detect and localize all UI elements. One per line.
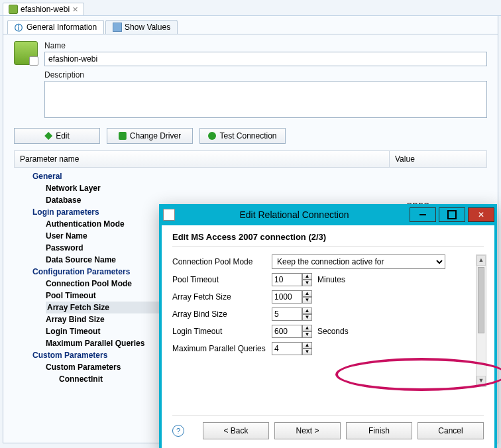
scroll-thumb[interactable] bbox=[478, 267, 484, 333]
spin-down-icon[interactable]: ▼ bbox=[302, 297, 312, 304]
minimize-button[interactable] bbox=[410, 207, 436, 222]
conn-pool-mode-label: Connection Pool Mode bbox=[172, 257, 272, 266]
pool-timeout-input[interactable] bbox=[272, 273, 302, 286]
conn-pool-mode-select[interactable]: Keep the connection active for bbox=[272, 254, 445, 269]
driver-icon bbox=[119, 132, 127, 140]
login-timeout-input[interactable] bbox=[272, 325, 302, 338]
close-icon[interactable]: ✕ bbox=[72, 5, 78, 14]
close-button[interactable] bbox=[468, 207, 494, 222]
info-icon: ⓘ bbox=[15, 23, 24, 32]
spin-down-icon[interactable]: ▼ bbox=[302, 280, 312, 286]
next-button[interactable]: Next > bbox=[274, 422, 341, 439]
spin-down-icon[interactable]: ▼ bbox=[302, 331, 312, 338]
pool-timeout-unit: Minutes bbox=[317, 275, 345, 284]
connection-icon bbox=[9, 5, 18, 14]
scroll-up-icon[interactable]: ▲ bbox=[476, 255, 486, 266]
test-connection-button[interactable]: Test Connection bbox=[199, 128, 286, 144]
max-parallel-label: Maximum Parallel Queries bbox=[172, 344, 272, 353]
spin-up-icon[interactable]: ▲ bbox=[302, 342, 312, 349]
tab-general-information[interactable]: ⓘ General Information bbox=[7, 20, 104, 34]
connection-large-icon bbox=[14, 41, 38, 65]
test-icon bbox=[208, 132, 216, 140]
spin-up-icon[interactable]: ▲ bbox=[302, 325, 312, 331]
dialog-titlebar[interactable]: Edit Relational Connection bbox=[159, 204, 497, 225]
spin-up-icon[interactable]: ▲ bbox=[302, 273, 312, 280]
edit-button[interactable]: Edit bbox=[14, 128, 100, 144]
name-label: Name bbox=[44, 41, 487, 50]
array-bind-input[interactable] bbox=[272, 308, 302, 321]
inner-tabs: ⓘ General Information Show Values bbox=[3, 16, 498, 34]
array-fetch-spinner[interactable]: ▲▼ bbox=[272, 290, 312, 304]
array-fetch-label: Array Fetch Size bbox=[172, 292, 272, 302]
tree-network-layer[interactable]: Network Layer bbox=[46, 182, 487, 194]
name-input[interactable] bbox=[44, 52, 487, 66]
action-buttons: Edit Change Driver Test Connection bbox=[14, 128, 487, 144]
file-tab-title: efashion-webi bbox=[21, 5, 70, 14]
dialog-icon bbox=[163, 209, 175, 221]
edit-icon bbox=[44, 132, 52, 140]
array-bind-spinner[interactable]: ▲▼ bbox=[272, 308, 312, 321]
maximize-button[interactable] bbox=[439, 207, 465, 222]
login-timeout-unit: Seconds bbox=[317, 327, 349, 336]
help-button[interactable]: ? bbox=[172, 425, 184, 437]
app-root: { "fileTab": { "title": "efashion-webi" … bbox=[0, 0, 501, 448]
spin-down-icon[interactable]: ▼ bbox=[302, 349, 312, 355]
param-value-header[interactable]: Value bbox=[390, 151, 486, 167]
array-bind-label: Array Bind Size bbox=[172, 309, 272, 319]
main-area: ⓘ General Information Show Values Name D… bbox=[3, 16, 498, 443]
file-tab-row: efashion-webi ✕ bbox=[0, 0, 501, 16]
spin-down-icon[interactable]: ▼ bbox=[302, 314, 312, 321]
pool-timeout-label: Pool Timeout bbox=[172, 275, 272, 284]
tab-show-values[interactable]: Show Values bbox=[105, 20, 178, 34]
description-input[interactable] bbox=[44, 81, 487, 118]
cancel-button[interactable]: Cancel bbox=[418, 422, 484, 439]
spin-up-icon[interactable]: ▲ bbox=[302, 290, 312, 297]
dialog-form: ▲ ▼ Connection Pool Mode Keep the connec… bbox=[172, 254, 484, 355]
scroll-down-icon[interactable]: ▼ bbox=[476, 376, 486, 386]
edit-connection-dialog: Edit Relational Connection Edit MS Acces… bbox=[159, 204, 497, 448]
parameter-table-header: Parameter name Value bbox=[14, 150, 487, 168]
finish-button[interactable]: Finish bbox=[346, 422, 412, 439]
pool-timeout-spinner[interactable]: ▲▼ bbox=[272, 273, 312, 286]
tree-general[interactable]: General bbox=[32, 170, 487, 182]
spin-up-icon[interactable]: ▲ bbox=[302, 308, 312, 314]
scrollbar[interactable]: ▲ ▼ bbox=[476, 254, 486, 387]
back-button[interactable]: < Back bbox=[203, 422, 269, 439]
dialog-buttons: ? < Back Next > Finish Cancel bbox=[172, 422, 484, 439]
login-timeout-label: Login Timeout bbox=[172, 327, 272, 336]
max-parallel-spinner[interactable]: ▲▼ bbox=[272, 342, 312, 355]
dialog-title: Edit Relational Connection bbox=[179, 209, 410, 220]
param-name-header[interactable]: Parameter name bbox=[15, 151, 390, 167]
array-fetch-input[interactable] bbox=[272, 290, 302, 304]
file-tab[interactable]: efashion-webi ✕ bbox=[3, 3, 84, 15]
dialog-heading: Edit MS Access 2007 connection (2/3) bbox=[172, 232, 484, 247]
max-parallel-input[interactable] bbox=[272, 342, 302, 355]
table-icon bbox=[113, 23, 122, 32]
description-label: Description bbox=[44, 70, 487, 80]
change-driver-button[interactable]: Change Driver bbox=[107, 128, 193, 144]
login-timeout-spinner[interactable]: ▲▼ bbox=[272, 325, 312, 338]
